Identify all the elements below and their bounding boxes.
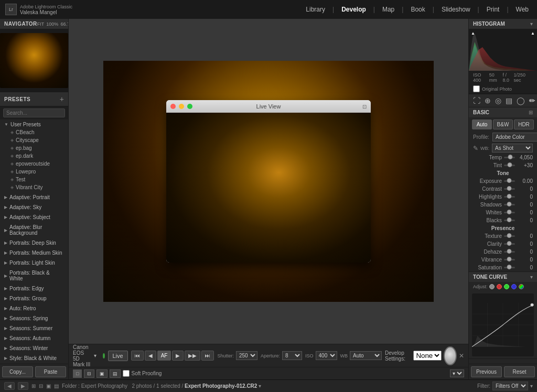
tone-curve-green-btn[interactable] [504, 284, 509, 289]
healing-tool[interactable]: ⊕ [485, 96, 491, 105]
shadows-slider[interactable] [504, 204, 515, 205]
saturation-thumb[interactable] [507, 265, 512, 269]
shutter-select[interactable]: 250500125 [236, 351, 257, 360]
preset-cbeach[interactable]: ◈CBeach [0, 128, 68, 136]
window-minimize-button[interactable] [179, 104, 184, 109]
filter-dropdown[interactable]: ▾ [530, 383, 533, 389]
preset-epdark[interactable]: ◈ep.dark [0, 152, 68, 160]
forward-button[interactable]: ▶▶ [185, 351, 200, 361]
prev-button[interactable]: ◀ [145, 351, 156, 361]
tint-slider[interactable] [504, 165, 515, 166]
profile-select[interactable]: Adobe Color Adobe Landscape Adobe Portra… [492, 133, 537, 141]
view-compare-button[interactable]: ▤ [110, 369, 121, 378]
tone-curve-red-btn[interactable] [497, 284, 502, 289]
softproof-input[interactable] [123, 370, 130, 377]
hdr-mode-button[interactable]: HDR [514, 119, 534, 129]
preset-vibrantcity[interactable]: ◈Vibrant City [0, 183, 68, 191]
wb-select[interactable]: AutoDaylightCloudy [350, 351, 382, 360]
rewind-button[interactable]: ⏮ [131, 351, 144, 361]
crop-tool[interactable]: ⛶ [473, 96, 480, 105]
window-maximize-button[interactable] [187, 104, 192, 109]
blacks-slider[interactable] [504, 220, 515, 221]
histogram-shadow-indicator[interactable]: ▲ [471, 31, 475, 36]
view-strip-icon[interactable]: ▤ [54, 383, 59, 389]
filter-select[interactable]: Filters Off Flagged Rated [492, 382, 528, 390]
view-single-button[interactable]: □ [73, 369, 82, 378]
fast-forward-button[interactable]: ⏭ [201, 351, 214, 361]
nav-library[interactable]: Library [303, 6, 328, 13]
tone-curve-mix-btn[interactable] [519, 284, 524, 289]
style-bw-header[interactable]: ▶ Style: Black & White [0, 354, 68, 362]
exposure-thumb[interactable] [507, 178, 512, 183]
preset-lowepro[interactable]: ◈Lowepro [0, 168, 68, 176]
develop-close-icon[interactable]: ✕ [459, 352, 464, 360]
preset-cityscape[interactable]: ◈Cityscape [0, 136, 68, 144]
whites-thumb[interactable] [507, 210, 512, 214]
basic-panel-menu[interactable]: ⊞ [529, 110, 533, 115]
wb-dropdown[interactable]: As Shot Auto Daylight Custom [492, 144, 533, 153]
tone-curve-header[interactable]: Tone Curve ▾ [469, 272, 537, 282]
preset-search-input[interactable] [3, 108, 65, 117]
filmstrip-back-button[interactable]: ◀ [4, 382, 15, 390]
zoom-100[interactable]: 100% [46, 21, 58, 27]
clarity-thumb[interactable] [507, 241, 512, 246]
filmstrip-forward-button[interactable]: ▶ [18, 382, 28, 390]
exposure-slider[interactable] [504, 180, 515, 182]
portraits-deep-header[interactable]: ▶ Portraits: Deep Skin [0, 239, 68, 247]
contrast-slider[interactable] [504, 188, 515, 190]
tone-curve-canvas[interactable] [472, 293, 534, 356]
tone-curve-white-btn[interactable] [489, 284, 495, 289]
nav-web[interactable]: Web [513, 6, 532, 13]
zoom-66[interactable]: 66.7% [60, 21, 69, 27]
original-photo-checkbox[interactable] [473, 85, 480, 92]
temp-slider[interactable] [504, 157, 515, 158]
auto-retro-header[interactable]: ▶ Auto: Retro [0, 304, 68, 312]
reset-button[interactable]: Reset [504, 366, 535, 377]
live-view-window[interactable]: Live View ⊡ [166, 100, 371, 263]
radial-tool[interactable]: ◯ [517, 96, 525, 105]
navigator-thumbnail[interactable] [0, 29, 68, 92]
tone-curve-menu[interactable]: ▾ [530, 274, 533, 280]
adaptive-sky-header[interactable]: ▶ Adaptive: Sky [0, 203, 68, 211]
previous-button[interactable]: Previous [471, 366, 502, 377]
iso-select[interactable]: 400800200 [316, 351, 337, 360]
navigator-header[interactable]: Navigator FIT 100% 66.7% [0, 19, 68, 29]
seasons-spring-header[interactable]: ▶ Seasons: Spring [0, 314, 68, 322]
play-button[interactable]: ▶ [172, 351, 184, 361]
folder-dropdown-icon[interactable]: ▾ [259, 383, 261, 389]
seasons-winter-header[interactable]: ▶ Seasons: Winter [0, 344, 68, 352]
seasons-summer-header[interactable]: ▶ Seasons: Summer [0, 324, 68, 332]
shadows-thumb[interactable] [507, 202, 512, 206]
histogram-header[interactable]: Histogram ▾ [469, 19, 537, 29]
window-close-button[interactable] [170, 104, 176, 109]
adjustment-brush-tool[interactable]: ✏ [529, 96, 535, 105]
view-grid-icon[interactable]: ▣ [46, 383, 51, 389]
camera-dropdown-icon[interactable]: ▾ [94, 353, 96, 358]
nav-slideshow[interactable]: Slideshow [438, 6, 474, 13]
develop-none-select[interactable]: None [413, 351, 442, 361]
histogram-menu-icon[interactable]: ▾ [530, 21, 533, 27]
presets-header[interactable]: Presets + [0, 92, 68, 106]
nav-book[interactable]: Book [407, 6, 428, 13]
wb-eyedropper-icon[interactable]: ✎ [473, 145, 478, 152]
portraits-medium-header[interactable]: ▶ Portraits: Medium Skin [0, 249, 68, 257]
view-split-button[interactable]: ⊟ [84, 369, 94, 378]
auto-mode-button[interactable]: Auto [472, 119, 492, 129]
zoom-fit[interactable]: FIT [37, 21, 45, 27]
blacks-thumb[interactable] [507, 217, 512, 222]
tint-thumb[interactable] [507, 162, 512, 167]
whites-slider[interactable] [504, 212, 515, 213]
tone-curve-blue-btn[interactable] [511, 284, 517, 289]
dehaze-slider[interactable] [504, 251, 515, 253]
saturation-slider[interactable] [504, 267, 515, 268]
dehaze-thumb[interactable] [507, 249, 512, 254]
adaptive-portrait-header[interactable]: ▶ Adaptive: Portrait [0, 193, 68, 201]
histogram-highlight-indicator[interactable]: ▲ [531, 31, 535, 36]
view-compare-icon[interactable]: ⊟ [39, 383, 43, 389]
clarity-slider[interactable] [504, 243, 515, 245]
seasons-autumn-header[interactable]: ▶ Seasons: Autumn [0, 334, 68, 342]
softproof-checkbox[interactable]: Soft Proofing [123, 370, 162, 377]
texture-thumb[interactable] [507, 233, 512, 238]
portraits-light-header[interactable]: ▶ Portraits: Light Skin [0, 259, 68, 267]
portraits-bw-header[interactable]: ▶ Portraits: Black & White [0, 269, 68, 282]
